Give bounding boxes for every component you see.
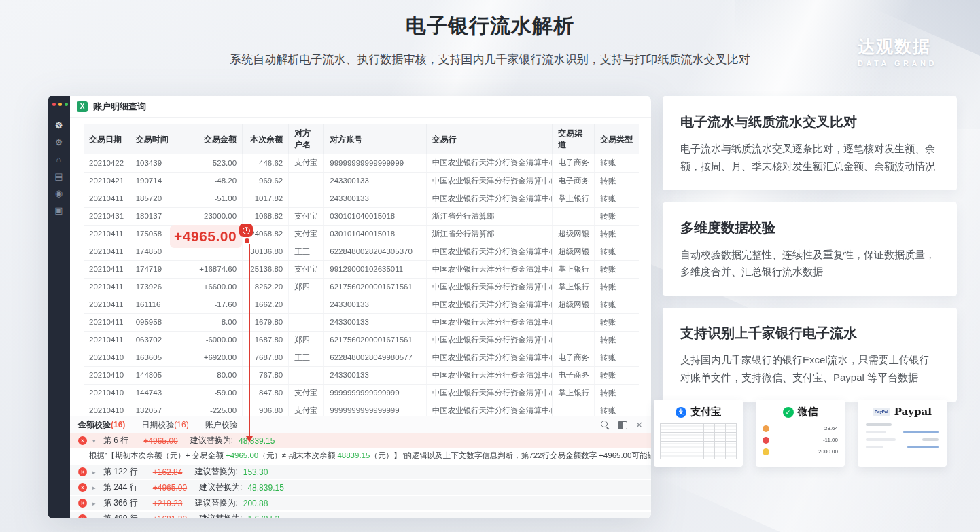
- annotation-dot: [245, 238, 249, 243]
- minimize-window-button[interactable]: [58, 103, 62, 106]
- issue-row-label: 第 6 行: [103, 435, 128, 446]
- brand-logo-en: DATA GRAND: [858, 59, 937, 67]
- table-cell: -23000.00: [181, 207, 242, 225]
- table-cell: 掌上银行: [553, 190, 595, 207]
- caret-right-icon[interactable]: ▸: [92, 516, 98, 519]
- page-title: 电子银行流水解析: [0, 12, 980, 40]
- table-cell: 支付宝: [289, 260, 324, 278]
- gear-icon[interactable]: ⚙: [55, 138, 63, 147]
- table-row[interactable]: 20210422103439-523.00446.62支付宝9999999999…: [84, 154, 639, 172]
- issue-row[interactable]: ✕▸第 366 行+210.23建议替换为:200.88: [70, 496, 651, 510]
- table-cell: +6600.00: [181, 278, 242, 296]
- table-cell: 转账: [595, 384, 639, 402]
- error-icon: ✕: [78, 514, 87, 518]
- table-cell: 20210411: [84, 225, 130, 243]
- table-row[interactable]: 20210411175058-6067.9824068.82支付宝0301010…: [84, 225, 639, 243]
- feature-card-cross-check: 电子流水与纸质流水交叉比对 电子流水与纸质流水交叉逐条比对，逐笔核对发生额、余额…: [663, 96, 957, 190]
- feature-title: 电子流水与纸质流水交叉比对: [680, 113, 939, 131]
- paypal-icon: PayPal: [873, 408, 890, 416]
- table-cell: 144743: [130, 384, 181, 402]
- table-cell: 173926: [130, 278, 181, 296]
- table-cell: 郑四: [289, 331, 324, 349]
- search-icon[interactable]: [601, 421, 610, 429]
- caret-right-icon[interactable]: ▸: [92, 484, 98, 491]
- table-cell: 支付宝: [289, 207, 324, 225]
- table-cell: 095958: [130, 313, 181, 331]
- tab-date-check[interactable]: 日期校验(16): [141, 419, 188, 431]
- issue-suggest-value: 48,839.15: [247, 483, 283, 493]
- maximize-window-button[interactable]: [65, 103, 68, 106]
- home-icon[interactable]: ⌂: [56, 155, 62, 164]
- wechat-transaction-row: 2000.00: [763, 446, 838, 457]
- issue-row[interactable]: ✕▸第 480 行+1681.29建议替换为:1,678.52: [70, 512, 651, 518]
- issue-row-label: 第 244 行: [103, 482, 138, 493]
- table-row[interactable]: 2021041117485030136.80王三6228480028204305…: [84, 243, 639, 260]
- table-row[interactable]: 20210410144805-80.00767.80243300133中国农业银…: [84, 366, 639, 384]
- table-row[interactable]: 20210410163605+6920.007687.80王三622848002…: [84, 349, 639, 366]
- thumbnail-cell: [671, 424, 682, 433]
- issue-old-value: +210.23: [153, 499, 183, 508]
- table-cell: 转账: [595, 260, 639, 278]
- table-row[interactable]: 20210411185720-51.001017.82243300133中国农业…: [84, 190, 639, 207]
- issue-old-value: +1681.29: [153, 514, 187, 519]
- issue-detail: 根据“【期初本次余额（元）+ 交易金额 +4965.00（元）≠ 期末本次余额 …: [70, 448, 651, 463]
- thumbnail-cell: [704, 450, 715, 459]
- close-window-button[interactable]: [52, 103, 56, 106]
- table-row[interactable]: 20210411161116-17.601662.20243300133中国农业…: [84, 296, 639, 313]
- layout-toggle-icon[interactable]: [618, 421, 627, 429]
- table-row[interactable]: 20210431180137-23000.001068.82支付宝0301010…: [84, 207, 639, 225]
- wheel-icon[interactable]: ☸: [55, 121, 63, 130]
- table-cell: 转账: [595, 349, 639, 366]
- table-cell: [289, 172, 324, 190]
- coin-icon[interactable]: ◉: [55, 189, 63, 198]
- table-row[interactable]: 20210411173926+6600.008262.20郑四621756020…: [84, 278, 639, 296]
- table-row[interactable]: 20210421190714-48.20969.62243300133中国农业银…: [84, 172, 639, 190]
- issue-row[interactable]: ✕▾第 6 行+4965.00建议替换为:48,839.15: [70, 433, 651, 448]
- caret-down-icon[interactable]: ▾: [92, 438, 98, 444]
- thumbnail-cell: [715, 442, 726, 450]
- document-tab-title[interactable]: 账户明细查询: [93, 101, 146, 113]
- table-cell: 郑四: [289, 278, 324, 296]
- issue-suggest-value: 1,678.52: [247, 514, 279, 519]
- table-cell: 中国农业银行天津分行资金清算中心: [426, 243, 552, 260]
- page-subtitle: 系统自动解析电子流水、执行数据审核，支持国内几千家银行流水识别，支持与打印纸质流…: [0, 52, 980, 67]
- table-row[interactable]: 20210411095958-8.001679.80243300133中国农业银…: [84, 313, 639, 331]
- table-cell: 20210410: [84, 349, 130, 366]
- table-cell: 20210411: [84, 260, 130, 278]
- table-cell: 浙江省分行清算部: [426, 207, 552, 225]
- caret-right-icon[interactable]: ▸: [92, 469, 98, 476]
- tab-amount-check[interactable]: 金额校验(16): [78, 419, 125, 431]
- card-icon[interactable]: ▣: [54, 206, 63, 215]
- table-cell: 20210411: [84, 190, 130, 207]
- table-cell: 转账: [595, 331, 639, 349]
- document-icon[interactable]: ▤: [54, 172, 63, 181]
- table-row[interactable]: 20210411063702-6000.001687.80郑四621756020…: [84, 331, 639, 349]
- column-header: 交易金额: [181, 124, 242, 154]
- tab-account-check[interactable]: 账户校验: [205, 419, 238, 431]
- wechat-transaction-row: -11.00: [763, 434, 838, 446]
- table-cell: 1017.82: [243, 190, 289, 207]
- table-cell: [553, 207, 595, 225]
- table-cell: 支付宝: [289, 384, 324, 402]
- feature-card-multi-dimension: 多维度数据校验 自动校验数据完整性、连续性及重复性，保证数据质量，多维度合并、汇…: [663, 202, 957, 296]
- table-cell: 转账: [595, 154, 639, 172]
- issue-row[interactable]: ✕▸第 244 行+4965.00建议替换为:48,839.15: [70, 480, 651, 495]
- table-cell: 中国农业银行天津分行资金清算中心: [426, 366, 552, 384]
- table-cell: 20210410: [84, 384, 130, 402]
- table-cell: 掌上银行: [553, 278, 595, 296]
- issue-row[interactable]: ✕▸第 122 行+162.84建议替换为:153.30: [70, 465, 651, 479]
- close-panel-icon[interactable]: ✕: [635, 420, 643, 430]
- thumbnail-cell: [693, 450, 704, 459]
- thumbnail-cell: [693, 424, 704, 433]
- table-cell: -48.20: [181, 172, 242, 190]
- table-cell: 9999999999999999: [324, 384, 426, 402]
- transactions-table-wrap: 交易日期交易时间交易金额本次余额对方户名对方账号交易行交易渠道交易类型20210…: [70, 118, 651, 438]
- table-cell: 支付宝: [289, 154, 324, 172]
- table-cell: 144805: [130, 366, 181, 384]
- caret-right-icon[interactable]: ▸: [92, 500, 98, 507]
- tab-count: (16): [174, 420, 188, 429]
- table-row[interactable]: 20210410144743-59.00847.80支付宝99999999999…: [84, 384, 639, 402]
- table-cell: 20210422: [84, 154, 130, 172]
- table-row[interactable]: 20210411174719+16874.6025136.80支付宝991290…: [84, 260, 639, 278]
- table-cell: 超级网银: [553, 296, 595, 313]
